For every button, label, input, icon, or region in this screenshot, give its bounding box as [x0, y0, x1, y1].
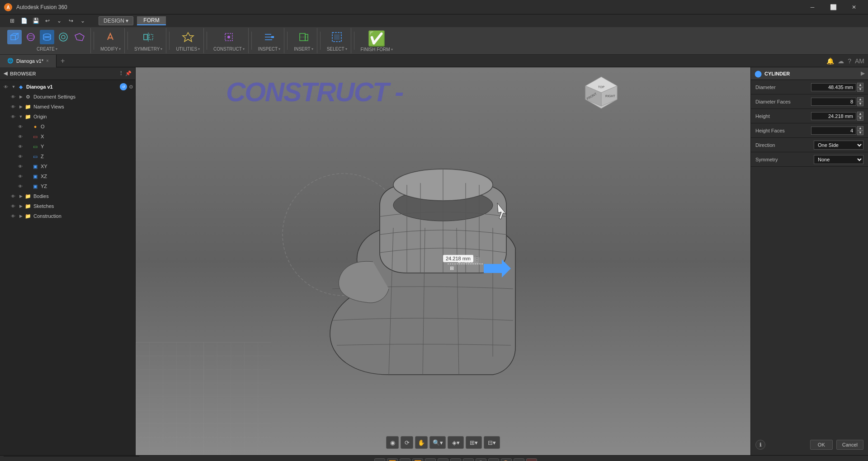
visibility-icon-yz[interactable]: 👁	[17, 183, 24, 189]
diameter-input[interactable]	[811, 83, 856, 91]
create-tool-box[interactable]	[7, 30, 22, 44]
symmetry-label[interactable]: SYMMETRY ▾	[134, 47, 163, 52]
visibility-icon-xy[interactable]: 👁	[17, 163, 24, 169]
visibility-icon-z[interactable]: 👁	[17, 153, 24, 160]
close-button[interactable]: ✕	[844, 0, 864, 14]
browser-collapse-icon[interactable]: ◀	[4, 71, 7, 76]
tree-item-o[interactable]: 👁 ● O	[0, 122, 135, 132]
clear-selection-button[interactable]: ✕	[514, 458, 524, 461]
redo-button[interactable]: ↪	[66, 16, 76, 26]
visual-style-button[interactable]: ⊟▾	[484, 436, 500, 449]
minimize-button[interactable]: ─	[802, 0, 823, 14]
select-label[interactable]: SELECT ▾	[327, 47, 347, 52]
tree-item-xz[interactable]: 👁 ▣ XZ	[0, 171, 135, 181]
play-button[interactable]: ▶	[400, 458, 410, 461]
skip-to-end-button[interactable]: ⏭	[425, 458, 436, 461]
browser-options-icon[interactable]: ⋮	[118, 71, 123, 76]
tree-item-sketches[interactable]: 👁 ▶ 📁 Sketches	[0, 201, 135, 211]
viewport[interactable]: CONSTRUCT -	[136, 67, 750, 455]
arrow-dianoga[interactable]: ▼	[10, 83, 17, 90]
create-tool-cylinder[interactable]	[40, 30, 54, 44]
nav-cube[interactable]: TOP RIGHT FRONT	[583, 75, 619, 111]
select-paint-button[interactable]: 🎨	[501, 458, 512, 461]
step-forward-button[interactable]: ⏩	[412, 458, 423, 461]
arrow-construction[interactable]: ▶	[17, 212, 24, 220]
visibility-icon-namedviews[interactable]: 👁	[10, 103, 16, 110]
arrow-origin[interactable]: ▼	[17, 113, 24, 120]
tree-item-yz[interactable]: 👁 ▣ YZ	[0, 181, 135, 191]
tab-close-button[interactable]: ×	[46, 58, 49, 63]
height-input[interactable]	[811, 112, 856, 120]
notification-icon[interactable]: 🔔	[826, 57, 834, 65]
select-component-button[interactable]: ⊞	[450, 458, 461, 461]
height-increment[interactable]: ▲	[857, 112, 863, 116]
inspect-label[interactable]: INSPECT ▾	[258, 47, 280, 52]
cancel-button[interactable]: Cancel	[836, 440, 863, 450]
zoom-dropdown-button[interactable]: 🔍▾	[429, 436, 446, 449]
select-vertex-button[interactable]: ◈	[488, 458, 499, 461]
visibility-icon-xz[interactable]: 👁	[17, 173, 24, 179]
tree-item-construction[interactable]: 👁 ▶ 📁 Construction	[0, 211, 135, 221]
create-tool-plane[interactable]	[72, 30, 87, 44]
record-button[interactable]: ⏺	[526, 458, 537, 461]
finish-form-button[interactable]: ✅ FINISH FORM ▾	[357, 28, 396, 53]
tree-item-y[interactable]: 👁 ▭ Y	[0, 141, 135, 151]
undo-button[interactable]: ↩	[42, 16, 52, 26]
visibility-icon-o[interactable]: 👁	[17, 123, 24, 130]
visibility-icon-construction[interactable]: 👁	[10, 213, 16, 219]
visibility-icon-docsettings[interactable]: 👁	[10, 94, 16, 100]
arrow-sketches[interactable]: ▶	[17, 202, 24, 210]
measurement-options-icon[interactable]: ⋮	[474, 255, 480, 262]
grid-button[interactable]: ⊞▾	[466, 436, 482, 449]
info-button[interactable]: ℹ	[755, 440, 765, 450]
tree-item-bodies[interactable]: 👁 ▶ 📁 Bodies	[0, 191, 135, 201]
save-button[interactable]: 💾	[31, 16, 41, 26]
tree-item-docsettings[interactable]: 👁 ▶ ⚙ Document Settings	[0, 92, 135, 102]
pan-button[interactable]: ✋	[415, 436, 428, 449]
create-tool-sphere[interactable]	[24, 30, 38, 44]
display-mode-button[interactable]: ◉	[386, 436, 399, 449]
modify-label[interactable]: MODIFY ▾	[100, 47, 121, 52]
height-faces-decrement[interactable]: ▼	[857, 131, 863, 135]
dianoga-settings-icon[interactable]: ⚙	[129, 84, 133, 90]
tree-item-x[interactable]: 👁 ▭ X	[0, 132, 135, 141]
select-body-button[interactable]: ⊡	[438, 458, 448, 461]
direction-select[interactable]: One Side Two Sides Symmetric	[814, 141, 863, 150]
modify-tool[interactable]	[103, 30, 118, 44]
design-button[interactable]: DESIGN ▾	[99, 16, 133, 25]
symmetry-tool[interactable]	[141, 30, 156, 44]
undo-history-button[interactable]: ⌄	[54, 16, 64, 26]
diameter-faces-decrement[interactable]: ▼	[857, 102, 863, 106]
create-label[interactable]: CREATE ▾	[37, 47, 57, 52]
tree-item-xy[interactable]: 👁 ▣ XY	[0, 161, 135, 171]
cloud-icon[interactable]: ☁	[838, 57, 844, 65]
inspect-tool[interactable]	[262, 30, 277, 44]
height-decrement[interactable]: ▼	[857, 116, 863, 121]
help-icon[interactable]: ?	[848, 57, 851, 65]
visibility-icon-x[interactable]: 👁	[17, 133, 24, 140]
visibility-icon-origin[interactable]: 👁	[10, 113, 16, 120]
right-panel-expand-icon[interactable]: ▶	[861, 71, 864, 76]
diameter-decrement[interactable]: ▼	[857, 87, 863, 92]
visibility-icon-dianoga[interactable]: 👁	[3, 84, 9, 90]
view-cube-button[interactable]: ◈▾	[448, 436, 464, 449]
skip-to-start-button[interactable]: ⏮	[374, 458, 385, 461]
tree-item-origin[interactable]: 👁 ▼ 📁 Origin	[0, 112, 135, 122]
diameter-faces-increment[interactable]: ▲	[857, 97, 863, 102]
arrow-namedviews[interactable]: ▶	[17, 103, 24, 110]
select-tool[interactable]	[330, 30, 344, 44]
visibility-icon-sketches[interactable]: 👁	[10, 203, 16, 209]
browser-pin-icon[interactable]: 📌	[125, 71, 132, 76]
height-faces-input[interactable]	[811, 127, 856, 135]
visibility-icon-y[interactable]: 👁	[17, 143, 24, 150]
create-tool-torus[interactable]	[56, 30, 71, 44]
insert-tool[interactable]	[296, 30, 311, 44]
orbit-button[interactable]: ⟳	[401, 436, 413, 449]
add-tab-button[interactable]: +	[57, 55, 69, 67]
select-face-button[interactable]: ◧	[463, 458, 474, 461]
maximize-button[interactable]: ⬜	[823, 0, 844, 14]
step-back-button[interactable]: ⏪	[387, 458, 398, 461]
grid-menu-button[interactable]: ⊞	[7, 16, 17, 26]
visibility-icon-bodies[interactable]: 👁	[10, 193, 16, 199]
diameter-faces-input[interactable]	[811, 98, 856, 106]
